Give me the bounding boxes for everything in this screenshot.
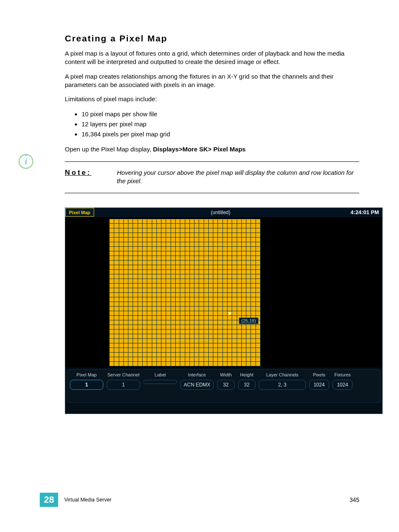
param-label-width: Width [220,372,232,377]
menu-path: Displays>More SK> Pixel Maps [153,146,246,153]
pixel-grid[interactable] [109,219,261,366]
pixel-map-canvas[interactable]: ➤ (25,18) [65,217,382,368]
body-paragraph: Limitations of pixel maps include: [65,95,359,103]
footer-title: Virtual Media Server [64,497,111,503]
width-field[interactable]: 32 [217,380,235,390]
limitations-list: 10 pixel maps per show file 12 layers pe… [82,109,359,139]
body-paragraph: A pixel map is a layout of fixtures onto… [65,49,359,66]
coordinate-tooltip: (25,18) [239,317,258,324]
open-instruction: Open up the Pixel Map display, Displays>… [65,145,359,153]
height-field[interactable]: 32 [238,380,256,390]
list-item: 16,384 pixels per pixel map grid [82,129,359,139]
open-instruction-text: Open up the Pixel Map display, [65,146,153,153]
server-channel-field[interactable]: 1 [107,380,140,390]
param-label-fixtures: Fixtures [334,372,350,377]
note-text: Hovering your cursor above the pixel map… [117,169,357,186]
list-item: 10 pixel maps per show file [82,109,359,119]
pixel-map-screenshot: Pixel Map (untitled) 4:24:01 PM ➤ (25,18… [65,207,383,414]
chapter-number-badge: 28 [40,493,58,507]
body-paragraph: A pixel map creates relationships among … [65,72,359,90]
clock: 4:24:01 PM [347,208,382,217]
param-label-label: Label [155,372,166,377]
note-block: Note: Hovering your cursor above the pix… [65,161,359,194]
layer-channels-field[interactable]: 2, 3 [259,380,306,390]
list-item: 12 layers per pixel map [82,119,359,129]
page-footer: 28 Virtual Media Server 345 [0,493,399,507]
page-number: 345 [350,496,359,503]
fixtures-readout: 1024 [332,380,353,390]
screenshot-header: Pixel Map (untitled) 4:24:01 PM [65,208,382,217]
parameter-bar: Pixel Map 1 Server Channel 1 Label Inter… [67,369,381,403]
interface-field[interactable]: ACN EDMX [180,380,214,390]
param-label-height: Height [240,372,253,377]
pixels-readout: 1024 [309,380,329,390]
info-icon: i [18,154,33,169]
param-label-pixel-map: Pixel Map [77,372,97,377]
param-label-pixels: Pixels [313,372,325,377]
param-label-layer-channels: Layer Channels [266,372,298,377]
section-heading: Creating a Pixel Map [65,33,359,43]
param-label-server-channel: Server Channel [107,372,139,377]
pixel-map-tab[interactable]: Pixel Map [65,208,94,217]
pixel-map-field[interactable]: 1 [70,380,103,390]
label-field[interactable] [143,380,177,384]
document-title: (untitled) [94,208,347,217]
note-label: Note: [65,169,111,177]
param-label-interface: Interface [188,372,206,377]
